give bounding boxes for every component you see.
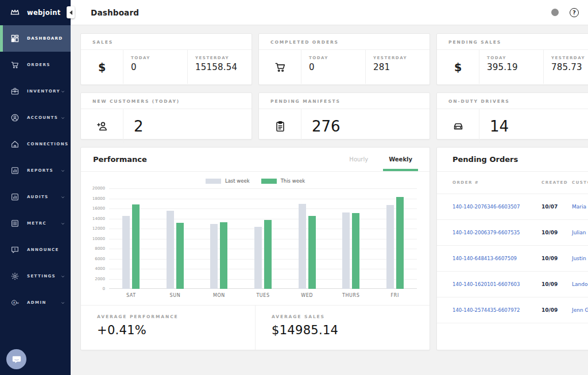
- footer-stat-average-sales: AVERAGE SALES $14985.14: [255, 306, 430, 350]
- card-title: COMPLETED ORDERS: [259, 34, 430, 50]
- chart-legend: Last weekThis week: [81, 178, 430, 184]
- metric-cell: TODAY 395.19: [479, 50, 543, 84]
- bar-this-week-mon: [220, 222, 227, 289]
- column-header-created: CREATED: [541, 180, 572, 185]
- sidebar-item-connections[interactable]: CONNECTIONS: [0, 131, 71, 157]
- page-title: Dashboard: [91, 8, 139, 17]
- y-tick-label: 2000: [95, 277, 105, 281]
- orders-table-body: 140-140-2076346-6603507 10/07 Maria140-1…: [437, 194, 588, 323]
- x-tick-label: TUES: [241, 293, 285, 298]
- sidebar-item-label: DASHBOARD: [27, 36, 63, 41]
- performance-card: Performance HourlyWeekly Last weekThis w…: [80, 147, 430, 350]
- bar-this-week-thurs: [352, 213, 359, 289]
- metric-value: 395.19: [487, 62, 543, 72]
- tab-hourly[interactable]: Hourly: [343, 148, 374, 171]
- car-icon: [452, 120, 465, 133]
- stat-body: $ TODAY 395.19 YESTERDAY 785.73: [437, 50, 588, 84]
- created-cell: 10/07: [541, 204, 572, 210]
- sidebar-item-orders[interactable]: ORDERS: [0, 52, 71, 78]
- metric-value: 0: [309, 62, 365, 72]
- main-area: Dashboard ? SALES $ TODAY 0 YESTERDAY 15…: [71, 0, 588, 375]
- customer-link[interactable]: Justin: [572, 256, 588, 261]
- stat-cards-row: SALES $ TODAY 0 YESTERDAY 15158.54 COMPL…: [80, 33, 588, 85]
- stat-card-pending-sales: PENDING SALES $ TODAY 395.19 YESTERDAY 7…: [436, 33, 588, 85]
- metric-value: 15158.54: [195, 62, 252, 72]
- sidebar-item-label: INVENTORY: [27, 89, 60, 94]
- metric-label: YESTERDAY: [195, 56, 252, 60]
- sidebar-item-inventory[interactable]: INVENTORY: [0, 78, 71, 105]
- bar-last-week-sun: [167, 211, 174, 289]
- footer-stat-label: AVERAGE SALES: [272, 314, 430, 319]
- legend-item-this-week[interactable]: This week: [261, 178, 305, 184]
- created-cell: 10/09: [541, 307, 572, 313]
- stat-card-completed-orders: COMPLETED ORDERS TODAY 0 YESTERDAY 281: [258, 33, 430, 85]
- sidebar-item-label: ADMIN: [27, 300, 47, 305]
- sidebar-item-announce[interactable]: ANNOUNCE: [0, 237, 71, 263]
- home-icon: [10, 140, 20, 149]
- sidebar-item-accounts[interactable]: ACCOUNTS: [0, 105, 71, 131]
- bar-group-thurs: [329, 188, 373, 289]
- y-tick-label: 20000: [92, 186, 105, 191]
- y-tick-label: 6000: [95, 257, 105, 261]
- chat-fab-button[interactable]: [6, 349, 26, 369]
- order-link[interactable]: 140-140-2574435-6607972: [452, 307, 541, 313]
- pending-orders-header: Pending Orders: [437, 148, 588, 172]
- customer-link[interactable]: Maria: [572, 204, 588, 210]
- pending-orders-title: Pending Orders: [452, 155, 518, 164]
- dashboard-icon: [10, 34, 20, 43]
- active-tab-underline: [383, 169, 418, 171]
- x-tick-label: MON: [197, 293, 241, 298]
- sidebar-item-label: CONNECTIONS: [27, 142, 68, 146]
- count-cards-row: NEW CUSTOMERS (TODAY) 2 PENDING MANIFEST…: [80, 92, 588, 140]
- x-tick-label: THURS: [329, 293, 373, 298]
- created-cell: 10/09: [541, 281, 572, 287]
- orders-table-header: ORDER #CREATEDCUSTOMER: [437, 172, 588, 194]
- help-icon[interactable]: ?: [570, 8, 579, 17]
- order-link[interactable]: 140-140-2076346-6603507: [452, 204, 541, 210]
- order-link[interactable]: 140-140-1620101-6607603: [452, 281, 541, 287]
- sidebar-item-label: METRC: [27, 221, 47, 226]
- stat-body: TODAY 0 YESTERDAY 281: [259, 50, 430, 84]
- collapse-arrow-icon: [69, 10, 72, 15]
- customer-link[interactable]: Landon: [572, 281, 588, 287]
- sidebar-item-settings[interactable]: SETTINGS: [0, 263, 71, 289]
- chart-y-axis: 0200040006000800010000120001400016000180…: [90, 188, 109, 289]
- sidebar-item-metrc[interactable]: METRC: [0, 210, 71, 237]
- legend-swatch: [261, 179, 277, 184]
- sidebar-item-audits[interactable]: AUDITS: [0, 184, 71, 210]
- sidebar-item-reports[interactable]: REPORTS: [0, 157, 71, 184]
- order-link[interactable]: 140-140-648413-6607509: [452, 256, 541, 261]
- bubble-icon: [10, 245, 20, 254]
- order-link[interactable]: 140-140-2006379-6607535: [452, 230, 541, 235]
- table-row: 140-140-2076346-6603507 10/07 Maria: [437, 194, 588, 219]
- dollar-icon: $: [98, 61, 106, 74]
- status-dot[interactable]: [551, 9, 559, 16]
- metric-cell: YESTERDAY 785.73: [543, 50, 588, 84]
- y-tick-label: 0: [103, 287, 105, 291]
- chart-plot: [109, 188, 417, 289]
- created-cell: 10/09: [541, 256, 572, 261]
- chat-icon: [11, 354, 22, 365]
- customer-link[interactable]: Julian: [572, 230, 588, 235]
- bar-last-week-sat: [122, 216, 130, 289]
- logo: webjoint: [0, 0, 71, 25]
- performance-header: Performance HourlyWeekly: [81, 148, 430, 172]
- table-row: 140-140-1620101-6607603 10/09 Landon: [437, 271, 588, 297]
- chart-icon: [10, 166, 20, 175]
- bar-groups: [109, 188, 417, 289]
- metric-label: YESTERDAY: [551, 56, 588, 60]
- card-title: PENDING SALES: [437, 34, 588, 50]
- sidebar-item-dashboard[interactable]: DASHBOARD: [0, 25, 71, 52]
- admin-icon: Aw: [10, 298, 20, 307]
- sidebar-item-admin[interactable]: AwADMIN: [0, 289, 71, 316]
- customer-link[interactable]: Jenn G: [572, 307, 588, 313]
- tab-weekly[interactable]: Weekly: [383, 148, 418, 171]
- sidebar: webjoint DASHBOARDORDERSINVENTORYACCOUNT…: [0, 0, 71, 375]
- sidebar-collapse-button[interactable]: [67, 6, 75, 18]
- dollar-icon: $: [454, 61, 462, 74]
- chevron-down-icon: [60, 300, 65, 306]
- metric-label: YESTERDAY: [373, 56, 430, 60]
- legend-item-last-week[interactable]: Last week: [206, 178, 250, 184]
- table-row: 140-140-2574435-6607972 10/09 Jenn G: [437, 297, 588, 323]
- metric-value: 785.73: [551, 62, 588, 72]
